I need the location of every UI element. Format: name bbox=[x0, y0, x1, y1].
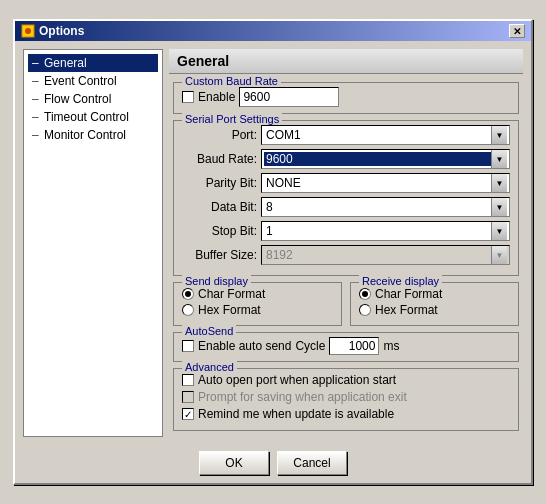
options-dialog: Options ✕ General Event Control Flow Con… bbox=[13, 19, 533, 485]
recv-char-format-row: Char Format bbox=[359, 287, 510, 301]
recv-char-radio[interactable] bbox=[359, 288, 371, 300]
window-body: General Event Control Flow Control Timeo… bbox=[15, 41, 531, 445]
send-hex-label: Hex Format bbox=[198, 303, 261, 317]
send-char-format-row: Char Format bbox=[182, 287, 333, 301]
sidebar-item-monitor-control[interactable]: Monitor Control bbox=[28, 126, 158, 144]
send-hex-radio[interactable] bbox=[182, 304, 194, 316]
stopbit-select-arrow: ▼ bbox=[491, 222, 507, 240]
main-panel: General Custom Baud Rate Enable Serial P… bbox=[169, 49, 523, 437]
port-select-arrow: ▼ bbox=[491, 126, 507, 144]
custom-baud-row: Enable bbox=[182, 87, 510, 107]
sidebar-item-flow-control[interactable]: Flow Control bbox=[28, 90, 158, 108]
advanced-item-prompt-save: Prompt for saving when application exit bbox=[182, 390, 510, 404]
autosend-cycle-input[interactable] bbox=[329, 337, 379, 355]
serial-port-settings-label: Serial Port Settings bbox=[182, 113, 282, 125]
stopbit-select-value: 1 bbox=[264, 224, 491, 238]
parity-select-arrow: ▼ bbox=[491, 174, 507, 192]
auto-open-checkbox[interactable] bbox=[182, 374, 194, 386]
custom-baud-rate-group: Custom Baud Rate Enable bbox=[173, 82, 519, 114]
autosend-row: Enable auto send Cycle ms bbox=[182, 337, 510, 355]
sidebar: General Event Control Flow Control Timeo… bbox=[23, 49, 163, 437]
stopbit-select[interactable]: 1 ▼ bbox=[261, 221, 510, 241]
baud-row: Baud Rate: 9600 ▼ bbox=[182, 149, 510, 169]
parity-label: Parity Bit: bbox=[182, 176, 257, 190]
advanced-item-auto-open: Auto open port when application start bbox=[182, 373, 510, 387]
databit-select-value: 8 bbox=[264, 200, 491, 214]
advanced-item-remind-update: Remind me when update is available bbox=[182, 407, 510, 421]
svg-point-1 bbox=[25, 28, 31, 34]
buffersize-select-value: 8192 bbox=[264, 248, 491, 262]
sidebar-item-event-control[interactable]: Event Control bbox=[28, 72, 158, 90]
baud-label: Baud Rate: bbox=[182, 152, 257, 166]
advanced-group: Advanced Auto open port when application… bbox=[173, 368, 519, 431]
prompt-save-checkbox[interactable] bbox=[182, 391, 194, 403]
receive-display-label: Receive display bbox=[359, 275, 442, 287]
recv-hex-format-row: Hex Format bbox=[359, 303, 510, 317]
custom-baud-enable-label: Enable bbox=[198, 90, 235, 104]
remind-update-label: Remind me when update is available bbox=[198, 407, 394, 421]
recv-hex-radio[interactable] bbox=[359, 304, 371, 316]
buffersize-select-arrow: ▼ bbox=[491, 246, 507, 264]
window-footer: OK Cancel bbox=[15, 445, 531, 483]
autosend-cycle-unit: ms bbox=[383, 339, 399, 353]
receive-display-panel: Receive display Char Format Hex Format bbox=[350, 282, 519, 326]
window-icon bbox=[21, 24, 35, 38]
sidebar-item-general[interactable]: General bbox=[28, 54, 158, 72]
title-bar: Options ✕ bbox=[15, 21, 531, 41]
databit-label: Data Bit: bbox=[182, 200, 257, 214]
databit-row: Data Bit: 8 ▼ bbox=[182, 197, 510, 217]
autosend-enable-label: Enable auto send bbox=[198, 339, 291, 353]
remind-update-checkbox[interactable] bbox=[182, 408, 194, 420]
port-select-value: COM1 bbox=[264, 128, 491, 142]
custom-baud-value-input[interactable] bbox=[239, 87, 339, 107]
parity-select[interactable]: NONE ▼ bbox=[261, 173, 510, 193]
buffersize-select: 8192 ▼ bbox=[261, 245, 510, 265]
advanced-label: Advanced bbox=[182, 361, 237, 373]
baud-select-arrow: ▼ bbox=[491, 150, 507, 168]
stopbit-row: Stop Bit: 1 ▼ bbox=[182, 221, 510, 241]
serial-port-settings-group: Serial Port Settings Port: COM1 ▼ Baud R… bbox=[173, 120, 519, 276]
send-char-label: Char Format bbox=[198, 287, 265, 301]
port-row: Port: COM1 ▼ bbox=[182, 125, 510, 145]
cancel-button[interactable]: Cancel bbox=[277, 451, 347, 475]
buffersize-label: Buffer Size: bbox=[182, 248, 257, 262]
recv-hex-label: Hex Format bbox=[375, 303, 438, 317]
parity-row: Parity Bit: NONE ▼ bbox=[182, 173, 510, 193]
parity-select-value: NONE bbox=[264, 176, 491, 190]
send-char-radio[interactable] bbox=[182, 288, 194, 300]
send-hex-format-row: Hex Format bbox=[182, 303, 333, 317]
send-display-panel: Send display Char Format Hex Format bbox=[173, 282, 342, 326]
send-display-label: Send display bbox=[182, 275, 251, 287]
custom-baud-enable-checkbox[interactable] bbox=[182, 91, 194, 103]
stopbit-label: Stop Bit: bbox=[182, 224, 257, 238]
baud-select[interactable]: 9600 ▼ bbox=[261, 149, 510, 169]
baud-select-value: 9600 bbox=[264, 152, 491, 166]
sidebar-item-timeout-control[interactable]: Timeout Control bbox=[28, 108, 158, 126]
autosend-cycle-label: Cycle bbox=[295, 339, 325, 353]
buffersize-row: Buffer Size: 8192 ▼ bbox=[182, 245, 510, 265]
auto-open-label: Auto open port when application start bbox=[198, 373, 396, 387]
autosend-label: AutoSend bbox=[182, 325, 236, 337]
port-select[interactable]: COM1 ▼ bbox=[261, 125, 510, 145]
section-header: General bbox=[169, 49, 523, 74]
custom-baud-rate-label: Custom Baud Rate bbox=[182, 75, 281, 87]
ok-button[interactable]: OK bbox=[199, 451, 269, 475]
prompt-save-label: Prompt for saving when application exit bbox=[198, 390, 407, 404]
recv-char-label: Char Format bbox=[375, 287, 442, 301]
databit-select-arrow: ▼ bbox=[491, 198, 507, 216]
databit-select[interactable]: 8 ▼ bbox=[261, 197, 510, 217]
close-button[interactable]: ✕ bbox=[509, 24, 525, 38]
autosend-enable-checkbox[interactable] bbox=[182, 340, 194, 352]
autosend-group: AutoSend Enable auto send Cycle ms bbox=[173, 332, 519, 362]
display-panels: Send display Char Format Hex Format Rece… bbox=[173, 282, 519, 326]
title-bar-text: Options bbox=[39, 24, 84, 38]
port-label: Port: bbox=[182, 128, 257, 142]
